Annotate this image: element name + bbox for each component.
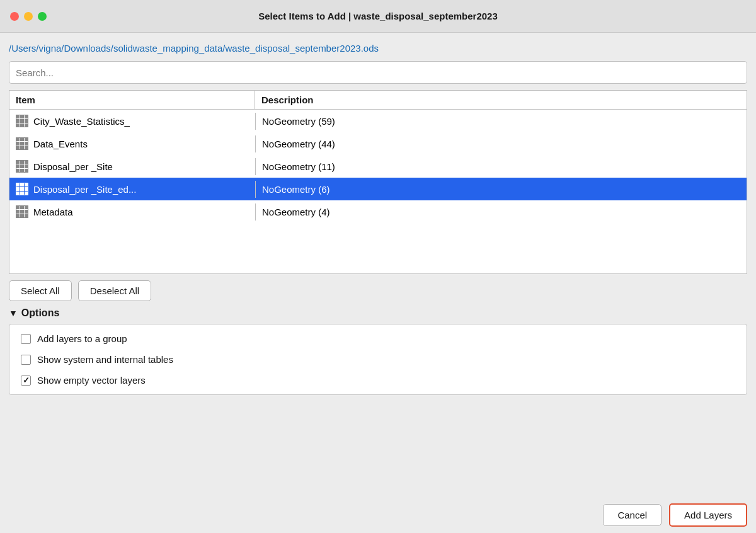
add-layers-button[interactable]: Add Layers (669, 503, 747, 527)
row-description: NoGeometry (44) (255, 135, 747, 152)
options-section: ▼ Options Add layers to a groupShow syst… (9, 307, 747, 395)
file-path-link[interactable]: /Users/vigna/Downloads/solidwaste_mappin… (9, 42, 747, 55)
minimize-button[interactable] (24, 12, 33, 21)
selection-buttons: Select All Deselect All (9, 280, 747, 301)
row-description: NoGeometry (11) (255, 158, 747, 175)
select-all-button[interactable]: Select All (9, 280, 72, 301)
table-icon (16, 137, 28, 150)
title-bar: Select Items to Add | waste_disposal_sep… (0, 0, 756, 33)
option-checkbox[interactable] (21, 355, 31, 365)
table-row[interactable]: Disposal_per _SiteNoGeometry (11) (9, 155, 747, 178)
option-row: Add layers to a group (21, 333, 735, 344)
main-content: /Users/vigna/Downloads/solidwaste_mappin… (0, 33, 756, 497)
option-checkbox[interactable] (21, 334, 31, 344)
options-chevron-icon: ▼ (9, 308, 18, 318)
window-controls (10, 12, 47, 21)
option-row: Show system and internal tables (21, 354, 735, 365)
table-row[interactable]: Disposal_per _Site_ed...NoGeometry (6) (9, 178, 747, 200)
row-item-name: Disposal_per _Site (33, 161, 113, 172)
column-header-description: Description (255, 91, 747, 109)
row-description: NoGeometry (6) (255, 181, 747, 198)
options-panel: Add layers to a groupShow system and int… (9, 324, 747, 395)
search-input[interactable] (9, 61, 747, 84)
table-row[interactable]: City_Waste_Statistics_NoGeometry (59) (9, 110, 747, 132)
table-row[interactable]: MetadataNoGeometry (4) (9, 200, 747, 223)
option-label: Show system and internal tables (37, 354, 173, 365)
row-item-name: City_Waste_Statistics_ (33, 116, 130, 127)
table-empty-space (9, 223, 747, 273)
option-checkbox[interactable]: ✓ (21, 375, 31, 386)
window-title: Select Items to Add | waste_disposal_sep… (258, 11, 498, 21)
close-button[interactable] (10, 12, 19, 21)
deselect-all-button[interactable]: Deselect All (78, 280, 151, 301)
options-header: ▼ Options (9, 307, 747, 319)
option-label: Show empty vector layers (37, 375, 146, 386)
table-icon (16, 183, 28, 195)
option-label: Add layers to a group (37, 333, 127, 344)
table-row[interactable]: Data_EventsNoGeometry (44) (9, 132, 747, 155)
maximize-button[interactable] (38, 12, 47, 21)
bottom-bar: Cancel Add Layers (0, 497, 756, 533)
row-item-name: Metadata (33, 207, 73, 217)
table-body: City_Waste_Statistics_NoGeometry (59) Da… (9, 110, 747, 223)
items-table: Item Description City_Waste_Statistics_N… (9, 90, 747, 274)
table-icon (16, 115, 28, 127)
row-description: NoGeometry (4) (255, 203, 747, 221)
row-item-name: Data_Events (33, 139, 88, 149)
table-header: Item Description (9, 91, 747, 110)
cancel-button[interactable]: Cancel (603, 504, 662, 526)
row-item-name: Disposal_per _Site_ed... (33, 184, 136, 195)
table-icon (16, 205, 28, 218)
option-row: ✓Show empty vector layers (21, 375, 735, 386)
checkmark-icon: ✓ (23, 375, 30, 385)
column-header-item: Item (9, 91, 255, 109)
table-icon (16, 160, 28, 173)
options-title: Options (21, 307, 59, 319)
row-description: NoGeometry (59) (255, 113, 747, 130)
